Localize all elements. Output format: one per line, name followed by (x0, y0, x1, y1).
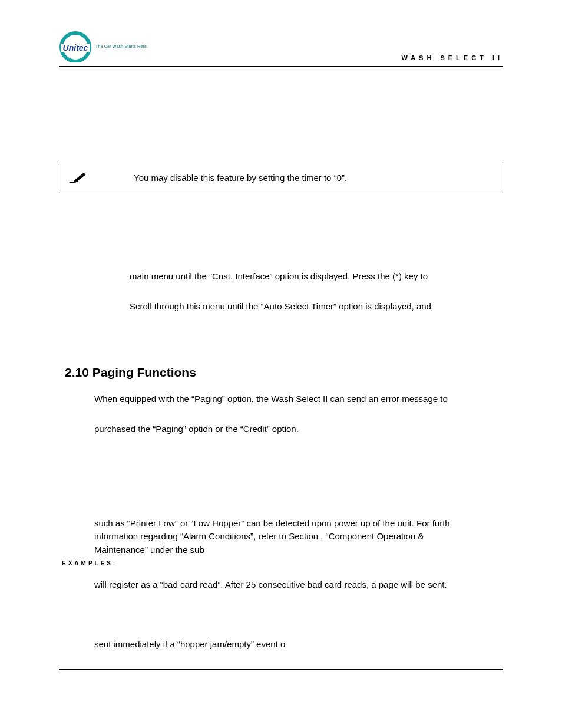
pen-writing-icon (68, 170, 87, 185)
unitec-logo-icon: Unitec (59, 29, 92, 62)
body-fragment: main menu until the ”Cust. Interface” op… (130, 270, 497, 312)
document-page: Unitec The Car Wash Starts Here. WASH SE… (0, 0, 562, 728)
alarm-paragraph: such as “Printer Low” or “Low Hopper” ca… (94, 518, 497, 556)
section-heading: 2.10 Paging Functions (65, 365, 503, 380)
logo-text: Unitec (63, 43, 88, 52)
note-text: You may disable this feature by setting … (128, 173, 491, 183)
body-line-1: main menu until the ”Cust. Interface” op… (130, 270, 497, 282)
header-title: WASH SELECT II (401, 54, 503, 62)
logo-block: Unitec The Car Wash Starts Here. (59, 29, 148, 62)
section-p4: will register as a “bad card read”. Afte… (94, 578, 497, 591)
note-callout: You may disable this feature by setting … (59, 162, 503, 193)
section-body: When equipped with the “Paging” option, … (94, 393, 497, 650)
header-divider (59, 66, 503, 67)
section-p2: purchased the “Paging” option or the “Cr… (94, 423, 497, 435)
section-p3b: information regarding “Alarm Conditions”… (94, 531, 497, 542)
section-p5: sent immediately if a “hopper jam/empty”… (94, 638, 497, 650)
page-header: Unitec The Car Wash Starts Here. WASH SE… (59, 29, 503, 62)
body-line-2: Scroll through this menu until the “Auto… (130, 300, 497, 312)
logo-tagline: The Car Wash Starts Here. (95, 44, 148, 48)
section-p3c: Maintenance” under the sub (94, 544, 497, 556)
footer-divider (59, 669, 503, 670)
examples-label: EXAMPLES: (62, 559, 497, 568)
section-p1: When equipped with the “Paging” option, … (94, 393, 497, 405)
section-p3a: such as “Printer Low” or “Low Hopper” ca… (94, 518, 497, 529)
